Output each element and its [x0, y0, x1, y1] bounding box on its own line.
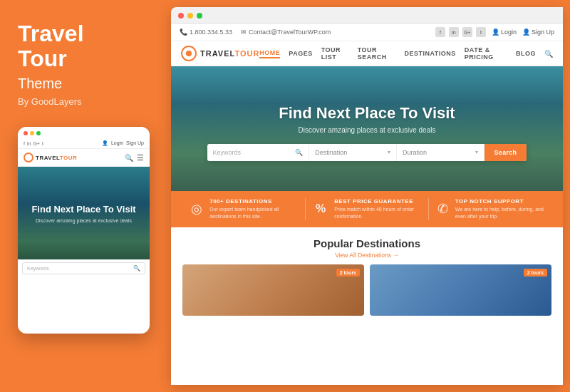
email-info: ✉ Contact@TravelTourWP.com [241, 29, 331, 36]
nav-destinations[interactable]: DESTINATIONS [405, 50, 456, 57]
feature-support-text: TOP NOTCH SUPPORT We are here to help, b… [455, 198, 544, 220]
dest-card-2-badge: 2 tours [524, 269, 547, 277]
nav-tour-search[interactable]: TOUR SEARCH [358, 46, 396, 61]
browser-dot-yellow[interactable] [187, 13, 193, 19]
mobile-search-bar[interactable]: Keywords 🔍 [22, 262, 145, 274]
hero-section: Find Next Place To Visit Discover amzain… [171, 66, 563, 191]
mobile-signup-link[interactable]: Sign Up [126, 140, 144, 146]
duration-dropdown[interactable]: Duration ▾ [397, 144, 484, 161]
destinations-header: Popular Destinations View All Destinatio… [182, 237, 551, 259]
destinations-title: Popular Destinations [182, 237, 551, 249]
mobile-dot-yellow [30, 131, 34, 135]
feature-price-desc: Price match within 48 hours of order con… [334, 206, 421, 220]
contact-info: 📞 1.800.334.5.33 ✉ Contact@TravelTourWP.… [180, 29, 331, 36]
mobile-topbar: f in G+ t 👤 Login Sign Up [18, 138, 150, 149]
nav-links: HOME PAGES TOUR LIST TOUR SEARCH DESTINA… [259, 46, 553, 61]
mobile-logo: TRAVELTOUR [24, 153, 77, 163]
destinations-grid: 2 tours 2 tours [182, 264, 551, 316]
keywords-placeholder: Keywords [213, 149, 242, 156]
user-add-icon: 👤 [522, 29, 530, 36]
nav-home[interactable]: HOME [259, 49, 280, 58]
support-icon: ✆ [436, 201, 450, 217]
feature-price: % BEST PRICE GUARANTEE Price match withi… [306, 198, 429, 220]
left-panel: Travel Tour Theme By GoodLayers f in G+ … [0, 0, 171, 392]
feature-price-title: BEST PRICE GUARANTEE [334, 198, 421, 205]
site-nav: TRAVELTOUR HOME PAGES TOUR LIST TOUR SEA… [171, 41, 563, 66]
search-magnifier-icon: 🔍 [295, 149, 303, 156]
destinations-icon: ◎ [190, 201, 204, 217]
mobile-search-icon[interactable]: 🔍 [125, 154, 133, 162]
price-icon: % [313, 202, 328, 215]
facebook-icon[interactable]: f [435, 27, 445, 37]
popular-destinations-section: Popular Destinations View All Destinatio… [171, 227, 563, 323]
mobile-hero: Find Next Place To Visit Discover amzain… [18, 167, 150, 259]
site-logo-icon [181, 46, 197, 61]
nav-tour-list[interactable]: TOUR LIST [321, 46, 349, 61]
mobile-mockup: f in G+ t 👤 Login Sign Up TRAVELTOUR 🔍 ☰ [18, 127, 150, 334]
keywords-field[interactable]: Keywords 🔍 [207, 144, 310, 161]
site-logo: TRAVELTOUR [181, 46, 259, 61]
mobile-nav: TRAVELTOUR 🔍 ☰ [18, 149, 150, 167]
mobile-person-icon: 👤 [102, 140, 108, 146]
mobile-menu-icon[interactable]: ☰ [137, 153, 144, 163]
mobile-auth-links: 👤 Login Sign Up [102, 140, 144, 146]
mobile-logo-text: TRAVELTOUR [36, 155, 77, 161]
nav-search-icon[interactable]: 🔍 [544, 50, 553, 58]
app-subtitle: Theme [18, 76, 62, 92]
site-logo-text: TRAVELTOUR [200, 49, 259, 58]
hero-title: Find Next Place To Visit [279, 104, 455, 123]
browser-mockup: 📞 1.800.334.5.33 ✉ Contact@TravelTourWP.… [171, 7, 563, 385]
mobile-traffic-lights [18, 127, 150, 138]
gplus-icon[interactable]: G+ [462, 27, 472, 37]
feature-destinations-title: 700+ DESTINATIONS [209, 198, 298, 205]
browser-content: 📞 1.800.334.5.33 ✉ Contact@TravelTourWP.… [171, 24, 563, 385]
signup-link[interactable]: 👤 Sign Up [522, 29, 554, 36]
mobile-gplus-icon: G+ [33, 141, 40, 146]
auth-links: 👤 Login 👤 Sign Up [492, 29, 554, 36]
app-by: By GoodLayers [18, 96, 82, 107]
search-button[interactable]: Search [484, 144, 527, 161]
feature-destinations: ◎ 700+ DESTINATIONS Our expert team hand… [182, 198, 306, 220]
dest-card-2[interactable]: 2 tours [370, 264, 551, 316]
mobile-facebook-icon: f [24, 141, 25, 146]
site-topbar: 📞 1.800.334.5.33 ✉ Contact@TravelTourWP.… [171, 24, 563, 41]
mobile-linkedin-icon: in [27, 141, 31, 146]
dest-card-1-badge: 2 tours [336, 269, 360, 277]
browser-dot-red[interactable] [178, 13, 184, 19]
phone-icon: 📞 [180, 29, 187, 36]
mobile-nav-icons: 🔍 ☰ [125, 153, 144, 163]
feature-support: ✆ TOP NOTCH SUPPORT We are here to help,… [429, 198, 551, 220]
features-bar: ◎ 700+ DESTINATIONS Our expert team hand… [171, 191, 563, 227]
mobile-hero-subtitle: Discover amzaing places at exclusive dea… [36, 218, 132, 223]
mobile-search-placeholder: Keywords [27, 266, 133, 271]
feature-support-title: TOP NOTCH SUPPORT [455, 198, 544, 205]
app-title: Travel Tour [18, 21, 84, 71]
mobile-dot-green [36, 131, 41, 135]
duration-dropdown-arrow: ▾ [475, 149, 478, 155]
destination-dropdown[interactable]: Destination ▾ [309, 144, 397, 161]
browser-chrome [171, 7, 563, 24]
dest-card-1[interactable]: 2 tours [182, 264, 364, 316]
linkedin-icon[interactable]: in [449, 27, 459, 37]
email-icon: ✉ [241, 29, 247, 36]
phone-info: 📞 1.800.334.5.33 [180, 29, 232, 36]
nav-blog[interactable]: BLOG [516, 50, 536, 57]
mobile-logo-circle [24, 153, 33, 163]
mobile-twitter-icon: t [42, 141, 43, 146]
social-icons: f in G+ t [435, 27, 486, 37]
nav-pages[interactable]: PAGES [289, 50, 312, 57]
mobile-social-icons: f in G+ t [24, 141, 43, 146]
person-icon: 👤 [492, 29, 499, 36]
twitter-icon[interactable]: t [476, 27, 486, 37]
mobile-hero-title: Find Next Place To Visit [31, 204, 135, 215]
view-all-link[interactable]: View All Destinations → [182, 252, 551, 259]
browser-dot-green[interactable] [197, 13, 202, 19]
feature-support-desc: We are here to help, before, during, and… [455, 206, 544, 220]
destination-dropdown-arrow: ▾ [388, 149, 390, 155]
login-link[interactable]: 👤 Login [492, 29, 517, 36]
hero-search-bar[interactable]: Keywords 🔍 Destination ▾ Duration ▾ Sear… [207, 144, 527, 161]
nav-date-pricing[interactable]: DATE & PRICING [465, 46, 507, 61]
mobile-login-link[interactable]: Login [111, 140, 123, 146]
mobile-search-icon-inner: 🔍 [133, 265, 140, 272]
feature-price-text: BEST PRICE GUARANTEE Price match within … [334, 198, 421, 220]
